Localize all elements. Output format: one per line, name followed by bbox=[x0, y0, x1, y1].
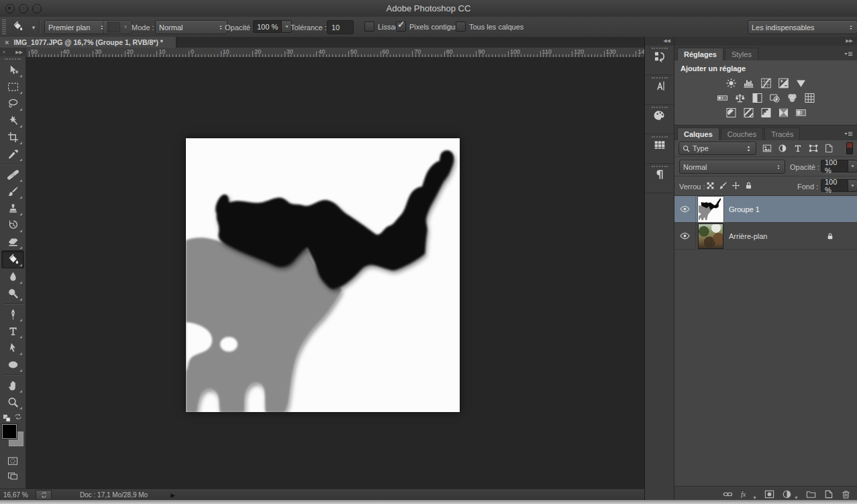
opacity-field[interactable]: 100 % bbox=[253, 20, 292, 33]
zoom-window-button[interactable] bbox=[32, 4, 42, 13]
panel-icon-paragraph[interactable] bbox=[645, 164, 674, 193]
dodge-tool[interactable] bbox=[2, 285, 23, 302]
layer-filter-search-dropdown[interactable]: Type bbox=[678, 142, 756, 155]
tolerance-input[interactable]: 10 bbox=[327, 20, 354, 34]
checkbox-box[interactable] bbox=[456, 21, 466, 32]
eyedropper-tool[interactable] bbox=[2, 146, 23, 162]
smart-object-filter-icon[interactable] bbox=[824, 144, 834, 153]
lock-pixels-icon[interactable] bbox=[719, 181, 727, 190]
panel-icon-color[interactable] bbox=[645, 105, 674, 134]
ellipse-tool[interactable] bbox=[2, 356, 23, 373]
expand-panels-icon[interactable]: ◀◀ bbox=[663, 38, 670, 43]
adjustment-color-lookup[interactable] bbox=[803, 92, 816, 103]
tab-tracés[interactable]: Tracés bbox=[764, 128, 800, 140]
checkbox-pixels-contigus[interactable]: Pixels contigus bbox=[396, 21, 458, 32]
add-layer-mask-button[interactable] bbox=[764, 489, 774, 499]
tab-réglages[interactable]: Réglages bbox=[677, 48, 723, 60]
panel-menu-icon[interactable] bbox=[844, 130, 853, 138]
panel-icon-character[interactable] bbox=[645, 75, 674, 105]
paint-bucket-tool[interactable] bbox=[1, 250, 24, 268]
tab-calques[interactable]: Calques bbox=[677, 128, 719, 140]
adjustment-curves[interactable] bbox=[760, 77, 772, 89]
new-layer-button[interactable] bbox=[823, 489, 834, 499]
zoom-level-input[interactable]: 16,67 % bbox=[3, 491, 36, 499]
lock-all-icon[interactable] bbox=[744, 181, 753, 190]
quick-mask-button[interactable] bbox=[2, 454, 23, 468]
paint-bucket-icon[interactable] bbox=[12, 21, 23, 32]
fill-source-dropdown[interactable]: Premier plan bbox=[44, 20, 109, 34]
layer-filter-toggle[interactable] bbox=[846, 142, 853, 154]
tool-preset-picker[interactable] bbox=[12, 21, 23, 33]
opacity-value[interactable]: 100 % bbox=[253, 20, 281, 33]
blend-mode-dropdown[interactable]: Normal bbox=[679, 160, 785, 174]
panel-menu-icon[interactable] bbox=[844, 50, 853, 58]
adjustment-exposure[interactable] bbox=[777, 77, 790, 89]
shape-layer-filter-icon[interactable] bbox=[809, 144, 818, 153]
lock-transparency-icon[interactable] bbox=[706, 181, 715, 190]
adjustment-layer-filter-icon[interactable] bbox=[778, 144, 787, 153]
close-window-button[interactable] bbox=[5, 4, 15, 13]
layer-name[interactable]: Arrière-plan bbox=[729, 232, 767, 240]
checkbox-box[interactable] bbox=[396, 21, 406, 32]
layer-visibility-toggle[interactable] bbox=[674, 196, 696, 222]
eraser-tool[interactable] bbox=[2, 234, 23, 250]
delete-layer-button[interactable] bbox=[841, 489, 851, 499]
layers-opacity-caret-icon[interactable] bbox=[848, 160, 857, 172]
crop-tool[interactable] bbox=[2, 129, 23, 146]
foreground-color-swatch[interactable] bbox=[2, 424, 17, 439]
link-layers-button[interactable] bbox=[723, 489, 733, 499]
close-tab-icon[interactable]: × bbox=[5, 39, 9, 46]
adjustment-vibrance[interactable] bbox=[795, 77, 807, 89]
adjustment-threshold[interactable] bbox=[760, 107, 772, 118]
layer-thumbnail[interactable] bbox=[698, 223, 723, 249]
rectangular-marquee-tool[interactable] bbox=[2, 79, 23, 95]
tool-preset-caret-icon[interactable]: ▼ bbox=[31, 25, 36, 31]
brush-tool[interactable] bbox=[2, 183, 23, 200]
collapse-panels-icon[interactable]: ▶▶ bbox=[846, 38, 853, 43]
adjustment-channel-mixer[interactable] bbox=[786, 92, 799, 103]
pen-tool[interactable] bbox=[2, 306, 23, 323]
new-group-button[interactable] bbox=[806, 489, 816, 499]
fill-caret-icon[interactable] bbox=[848, 179, 857, 192]
lasso-tool[interactable] bbox=[2, 95, 23, 112]
layer-row[interactable]: Groupe 1 bbox=[674, 196, 857, 223]
checkbox-box[interactable] bbox=[364, 21, 374, 32]
blur-tool[interactable] bbox=[2, 268, 23, 285]
fill-field[interactable]: 100 % bbox=[821, 179, 857, 192]
layer-row[interactable]: Arrière-plan bbox=[674, 223, 857, 250]
adjustment-brightness-contrast[interactable] bbox=[725, 77, 738, 89]
zoom-tool[interactable] bbox=[2, 394, 23, 411]
layer-styles-fx-button[interactable]: fx bbox=[740, 489, 750, 499]
adjustment-posterize[interactable] bbox=[742, 107, 755, 118]
adjustment-color-balance[interactable] bbox=[734, 92, 746, 103]
tab-styles[interactable]: Styles bbox=[725, 48, 758, 60]
tools-panel-grip[interactable] bbox=[5, 58, 21, 60]
layers-opacity-field[interactable]: 100 % bbox=[821, 160, 857, 172]
document-tab[interactable]: × IMG_1077.JPG @ 16,7% (Groupe 1, RVB/8*… bbox=[0, 37, 177, 48]
path-selection-tool[interactable] bbox=[2, 340, 23, 356]
pixel-layer-filter-icon[interactable] bbox=[762, 144, 772, 153]
status-flyout-arrow[interactable]: ▶ bbox=[170, 492, 175, 499]
options-bar-grip[interactable] bbox=[2, 19, 6, 34]
layer-name[interactable]: Groupe 1 bbox=[729, 205, 760, 213]
default-colors-icon[interactable] bbox=[3, 414, 11, 422]
status-sync-button[interactable] bbox=[36, 490, 52, 500]
minimize-window-button[interactable] bbox=[19, 4, 28, 13]
checkbox-tous-les-calques[interactable]: Tous les calques bbox=[456, 21, 523, 32]
adjustment-levels[interactable] bbox=[742, 77, 755, 89]
lock-position-icon[interactable] bbox=[732, 181, 740, 190]
document-canvas[interactable] bbox=[186, 138, 460, 412]
new-adjustment-layer-button[interactable] bbox=[782, 489, 792, 499]
hand-tool[interactable] bbox=[2, 377, 23, 394]
tab-couches[interactable]: Couches bbox=[721, 128, 763, 140]
layer-visibility-toggle[interactable] bbox=[674, 223, 696, 249]
healing-brush-tool[interactable] bbox=[2, 166, 23, 183]
magic-wand-tool[interactable] bbox=[2, 112, 23, 129]
screen-mode-button[interactable] bbox=[2, 468, 23, 483]
swap-colors-icon[interactable] bbox=[14, 413, 22, 421]
history-brush-tool[interactable] bbox=[2, 217, 23, 234]
panel-icon-swatches[interactable] bbox=[645, 134, 674, 164]
fill-value[interactable]: 100 % bbox=[821, 179, 848, 192]
layer-thumbnail[interactable] bbox=[698, 197, 723, 222]
adjustment-photo-filter[interactable] bbox=[768, 92, 781, 103]
